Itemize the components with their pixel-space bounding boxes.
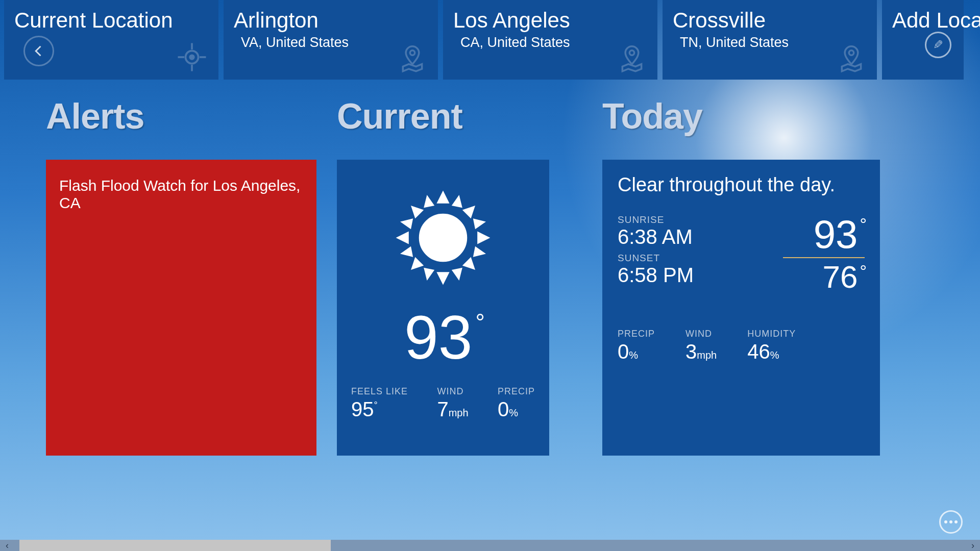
stat-today-wind: WIND 3mph — [685, 329, 717, 363]
svg-point-7 — [629, 51, 634, 55]
svg-marker-16 — [462, 257, 475, 270]
location-tile-add[interactable]: Add Location — [882, 0, 964, 80]
stat-wind: WIND 7mph — [437, 386, 468, 421]
current-heading: Current — [337, 96, 597, 137]
svg-marker-24 — [400, 246, 413, 257]
svg-marker-14 — [411, 206, 424, 218]
stat-feels-like: FEELS LIKE 95° — [351, 386, 408, 421]
alerts-section: Alerts Flash Flood Watch for Los Angeles… — [0, 96, 332, 456]
location-tile-crossville[interactable]: Crossville TN, United States — [663, 0, 877, 80]
svg-point-26 — [418, 212, 469, 264]
location-title: Arlington — [234, 9, 428, 32]
scroll-left-arrow[interactable]: ‹ — [0, 540, 14, 551]
sunrise-time: 6:38 AM — [618, 226, 694, 248]
main-content: Alerts Flash Flood Watch for Los Angeles… — [0, 96, 980, 456]
alert-text: Flash Flood Watch for Los Angeles, CA — [59, 177, 303, 212]
svg-marker-21 — [473, 246, 486, 257]
svg-marker-17 — [411, 257, 424, 270]
svg-marker-19 — [452, 195, 462, 208]
map-pin-icon — [618, 44, 646, 72]
location-title: Current Location — [14, 9, 208, 32]
svg-point-1 — [190, 55, 194, 59]
scroll-track[interactable] — [14, 540, 966, 551]
svg-point-6 — [410, 51, 414, 55]
sun-icon — [389, 184, 497, 291]
location-title: Crossville — [673, 9, 867, 32]
svg-marker-13 — [477, 231, 490, 244]
current-card[interactable]: 93° FEELS LIKE 95° WIND 7mph PRECIP 0% — [337, 160, 549, 456]
svg-marker-22 — [452, 268, 462, 281]
edit-icon — [925, 32, 951, 58]
alert-card[interactable]: Flash Flood Watch for Los Angeles, CA — [46, 160, 316, 456]
svg-marker-12 — [396, 231, 409, 244]
current-stats: FEELS LIKE 95° WIND 7mph PRECIP 0% — [337, 386, 549, 421]
stat-precip: PRECIP 0% — [498, 386, 535, 421]
svg-marker-11 — [436, 272, 449, 285]
back-icon[interactable] — [23, 36, 54, 66]
locate-icon — [177, 42, 207, 72]
current-temp: 93° — [404, 307, 482, 368]
scroll-thumb[interactable] — [19, 540, 331, 551]
svg-marker-18 — [424, 195, 434, 208]
today-section: Today Clear throughout the day. SUNRISE … — [597, 96, 924, 456]
map-pin-icon — [837, 44, 866, 72]
stat-today-precip: PRECIP 0% — [618, 329, 655, 363]
add-location-label: Add Location — [892, 9, 953, 32]
svg-marker-15 — [462, 206, 475, 218]
svg-marker-23 — [424, 268, 434, 281]
location-tile-current[interactable]: Current Location — [4, 0, 218, 80]
sun-times: SUNRISE 6:38 AM SUNSET 6:58 PM — [618, 214, 694, 291]
hi-lo-temps: 93° 76° — [783, 214, 865, 293]
location-tile-arlington[interactable]: Arlington VA, United States — [224, 0, 438, 80]
sunset-time: 6:58 PM — [618, 264, 694, 287]
alerts-heading: Alerts — [46, 96, 332, 137]
today-heading: Today — [602, 96, 924, 137]
horizontal-scrollbar[interactable]: ‹ › — [0, 540, 980, 551]
location-tile-losangeles[interactable]: Los Angeles CA, United States — [443, 0, 657, 80]
location-bar: Current Location Arlington VA, United St… — [0, 0, 980, 84]
more-button[interactable] — [939, 510, 963, 534]
stat-today-humidity: HUMIDITY 46% — [747, 329, 796, 363]
today-card[interactable]: Clear throughout the day. SUNRISE 6:38 A… — [602, 160, 880, 456]
svg-marker-25 — [400, 218, 413, 229]
svg-marker-10 — [436, 191, 449, 204]
scroll-right-arrow[interactable]: › — [966, 540, 980, 551]
today-stats: PRECIP 0% WIND 3mph HUMIDITY 46% — [618, 329, 865, 363]
map-pin-icon — [398, 44, 427, 72]
svg-point-8 — [849, 51, 853, 55]
location-title: Los Angeles — [453, 9, 647, 32]
today-summary: Clear throughout the day. — [618, 174, 865, 196]
svg-marker-20 — [473, 218, 486, 229]
current-section: Current — [332, 96, 597, 456]
